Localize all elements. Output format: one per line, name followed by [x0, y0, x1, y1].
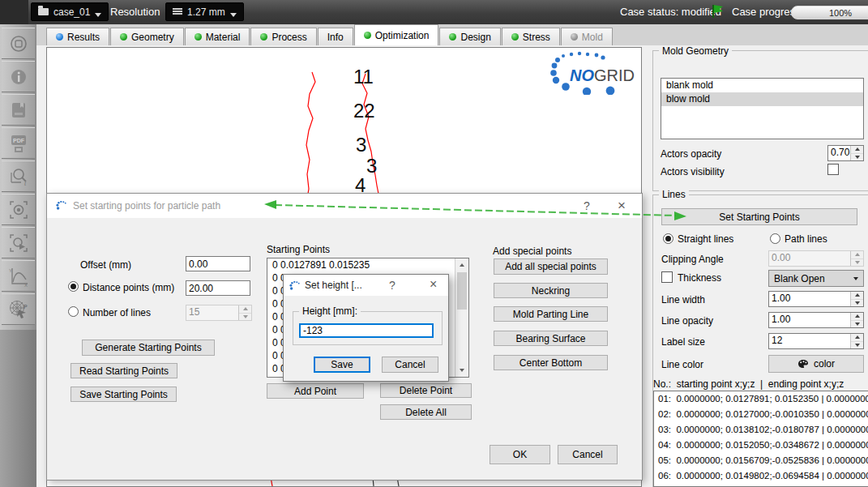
scroll-down-icon[interactable] [455, 364, 468, 377]
generate-starting-points-button[interactable]: Generate Starting Points [82, 340, 215, 356]
line-width-stepper[interactable]: 1.00 [768, 291, 864, 307]
svg-text:NO: NO [570, 66, 594, 84]
ok-button[interactable]: OK [490, 445, 550, 464]
read-starting-points-button[interactable]: Read Starting Points [71, 363, 177, 378]
set-height-dialog: Set height [... ? × Height [mm]: Save Ca… [283, 274, 449, 382]
actors-opacity-value: 0.70 [828, 146, 850, 160]
scrollbar[interactable] [455, 258, 468, 377]
help-button[interactable]: ? [584, 199, 590, 212]
spin-up-icon [851, 251, 863, 259]
delete-all-button[interactable]: Delete All [380, 404, 472, 420]
number-of-lines-radio[interactable] [68, 306, 79, 317]
thickness-checkbox[interactable] [661, 271, 673, 283]
progress-label: Case progress [732, 0, 801, 24]
distance-points-radio[interactable] [68, 281, 79, 292]
resolution-selector[interactable]: 1.27 mm [165, 2, 244, 21]
sidebar-lower-area [0, 330, 36, 487]
spin-down-icon[interactable] [851, 300, 863, 307]
status-dot-icon [56, 33, 63, 41]
tab-stress[interactable]: Stress [502, 28, 560, 45]
point-row[interactable]: 07: 0.0000000; 0.0145700;-0.0864910 | 0.… [654, 484, 868, 487]
info-icon[interactable] [2, 61, 35, 92]
point-row[interactable]: 05: 0.0000000; 0.0156709;-0.0525836 | 0.… [654, 453, 868, 468]
tab-design[interactable]: Design [439, 28, 500, 45]
point-row[interactable]: 02: 0.0000000; 0.0127000;-0.0010350 | 0.… [654, 407, 868, 422]
points-list[interactable]: 01: 0.0000000; 0.0127891; 0.0152350 | 0.… [653, 391, 868, 487]
svg-text:Y: Y [9, 268, 12, 273]
nogrid-dialog-icon [56, 201, 67, 211]
spin-up-icon[interactable] [851, 334, 863, 342]
mold-parting-line-button[interactable]: Mold Parting Line [494, 306, 608, 322]
tab-results[interactable]: Results [46, 28, 109, 45]
close-icon[interactable]: × [618, 198, 626, 214]
center-bottom-button[interactable]: Center Bottom [494, 355, 608, 370]
actors-visibility-checkbox[interactable] [827, 164, 839, 175]
height-input[interactable] [299, 323, 434, 338]
spin-down-icon[interactable] [851, 154, 863, 161]
chevron-down-icon [95, 13, 101, 17]
point-row[interactable]: 06: 0.0000000; 0.0149802;-0.0694584 | 0.… [654, 468, 868, 484]
status-dot-icon [120, 33, 127, 41]
line-width-value: 1.00 [769, 292, 850, 306]
point-row[interactable]: 04: 0.0000000; 0.0152050;-0.0348672 | 0.… [654, 438, 868, 453]
list-item[interactable]: blank mold [661, 79, 863, 92]
spin-down-icon[interactable] [851, 321, 863, 328]
delete-point-button[interactable]: Delete Point [380, 383, 472, 398]
line-opacity-stepper[interactable]: 1.00 [768, 312, 864, 328]
tab-material[interactable]: Material [185, 28, 250, 45]
point-row[interactable]: 03: 0.0000000; 0.0138102;-0.0180787 | 0.… [654, 422, 868, 438]
xy-plot-icon[interactable]: YX [2, 260, 35, 292]
straight-lines-radio[interactable] [663, 233, 673, 244]
distance-points-input[interactable] [186, 280, 250, 296]
tab-info[interactable]: Info [318, 28, 353, 45]
line-color-button[interactable]: color [768, 355, 864, 373]
list-item-selected[interactable]: blow mold [661, 92, 863, 106]
neckring-button[interactable]: Neckring [494, 283, 608, 298]
offset-input[interactable] [186, 256, 250, 271]
thickness-dropdown[interactable]: Blank Open [768, 270, 864, 287]
flag-icon [712, 4, 724, 19]
pdf-save-icon[interactable]: PDF [2, 127, 35, 159]
bearing-surface-button[interactable]: Bearing Surface [494, 331, 608, 346]
number-of-lines-stepper: 15 [186, 305, 252, 321]
probe-point-icon[interactable]: P [2, 293, 35, 325]
tab-optimization[interactable]: Optimization [354, 24, 439, 45]
spin-up-icon[interactable] [851, 292, 863, 300]
clipping-angle-value: 0.00 [769, 251, 850, 266]
save-starting-points-button[interactable]: Save Starting Points [71, 387, 177, 402]
set-starting-points-button[interactable]: Set Starting Points [661, 208, 857, 225]
dialog-titlebar[interactable]: Set height [... ? × [284, 275, 448, 296]
number-of-lines-label: Number of lines [83, 307, 151, 318]
add-point-button[interactable]: Add Point [267, 383, 364, 399]
mold-list[interactable]: blank mold blow mold [661, 78, 864, 139]
list-item[interactable]: 0 0.0127891 0.015235 [267, 258, 468, 271]
special-points-label: Add special points [493, 246, 571, 257]
case-selector[interactable]: case_01 [31, 2, 109, 21]
label-size-value: 12 [769, 334, 850, 348]
cancel-button[interactable]: Cancel [558, 445, 618, 464]
save-button[interactable]: Save [314, 357, 370, 373]
cancel-button[interactable]: Cancel [382, 357, 438, 373]
close-icon[interactable]: × [430, 277, 437, 292]
app-icon[interactable] [2, 28, 35, 59]
dialog-titlebar[interactable]: Set starting points for particle path ? … [47, 194, 642, 218]
tab-process[interactable]: Process [250, 28, 316, 45]
path-lines-radio[interactable] [770, 233, 780, 244]
add-all-special-points-button[interactable]: Add all special points [494, 258, 608, 275]
point-row[interactable]: 01: 0.0000000; 0.0127891; 0.0152350 | 0.… [654, 391, 868, 407]
tab-geometry[interactable]: Geometry [110, 28, 184, 45]
actors-opacity-stepper[interactable]: 0.70 [827, 145, 864, 161]
spin-down-icon[interactable] [851, 342, 863, 349]
spin-up-icon[interactable] [851, 313, 863, 321]
spin-up-icon[interactable] [851, 146, 863, 154]
zoom-history-icon[interactable]: t [2, 160, 35, 192]
scroll-up-icon[interactable] [455, 258, 468, 271]
label-size-stepper[interactable]: 12 [768, 333, 864, 349]
scrollbar-thumb[interactable] [457, 272, 467, 310]
notes-icon[interactable] [2, 94, 35, 126]
line-label: 22 [353, 100, 375, 122]
svg-text:GRID: GRID [594, 66, 635, 84]
screenshot-icon[interactable] [2, 194, 35, 225]
help-button[interactable]: ? [389, 279, 396, 292]
video-capture-icon[interactable] [2, 227, 35, 258]
